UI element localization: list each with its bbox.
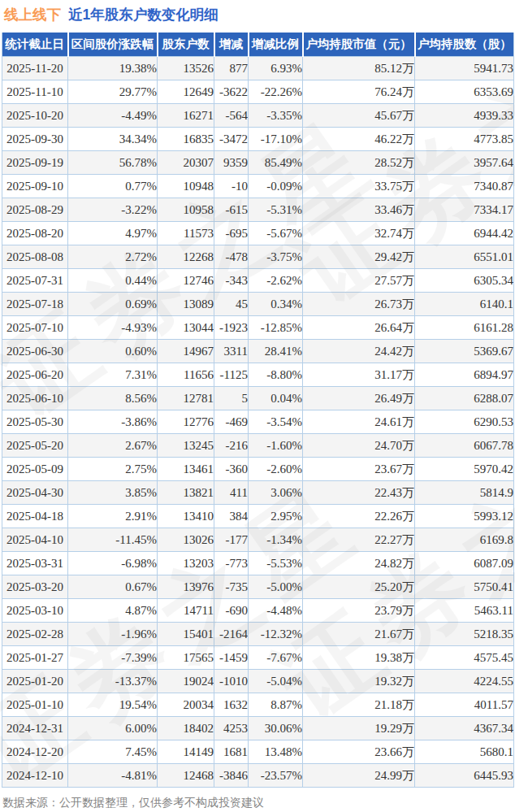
cell-delta-ratio: 0.34% — [249, 293, 303, 316]
cell-holders: 13821 — [158, 481, 214, 505]
table-row: 2024-12-207.45%14149168113.48%23.66万5680… — [2, 740, 514, 764]
table-row: 2024-12-10-4.81%12468-3846-23.57%24.99万6… — [2, 764, 514, 788]
cell-holders: 14149 — [158, 740, 214, 764]
column-header-delta-ratio: 增减比例 — [249, 33, 303, 57]
cell-delta-ratio: -5.04% — [249, 670, 303, 693]
cell-avg-market-value: 19.29万 — [303, 717, 415, 740]
cell-date: 2025-05-20 — [2, 434, 68, 458]
cell-holders: 10948 — [158, 175, 214, 198]
cell-date: 2025-03-10 — [2, 599, 68, 623]
cell-avg-shares: 4224.55 — [415, 670, 514, 693]
cell-avg-market-value: 22.43万 — [303, 481, 415, 505]
cell-holders: 12746 — [158, 269, 214, 293]
cell-delta-ratio: -12.85% — [249, 316, 303, 340]
cell-holders: 10958 — [158, 198, 214, 222]
cell-avg-market-value: 29.42万 — [303, 245, 415, 269]
cell-delta-ratio: -2.60% — [249, 458, 303, 481]
cell-price-change: 0.44% — [68, 269, 158, 293]
cell-price-change: -3.22% — [68, 198, 158, 222]
cell-avg-shares: 6353.69 — [415, 80, 514, 104]
cell-delta: 5 — [214, 387, 249, 410]
cell-delta-ratio: -12.32% — [249, 623, 303, 646]
cell-date: 2025-04-30 — [2, 481, 68, 505]
table-row: 2025-05-202.67%13245-216-1.60%24.70万6067… — [2, 434, 514, 458]
table-row: 2025-03-31-6.98%13203-773-5.53%24.82万608… — [2, 552, 514, 575]
column-header-price-change: 区间股价涨跌幅 — [68, 33, 158, 57]
cell-date: 2025-09-19 — [2, 151, 68, 175]
table-row: 2025-08-29-3.22%10958-615-5.31%33.46万733… — [2, 198, 514, 222]
cell-avg-market-value: 24.70万 — [303, 434, 415, 458]
cell-avg-market-value: 46.22万 — [303, 128, 415, 151]
cell-delta: -773 — [214, 552, 249, 575]
cell-date: 2025-08-20 — [2, 222, 68, 245]
cell-holders: 13976 — [158, 575, 214, 599]
cell-avg-market-value: 28.52万 — [303, 151, 415, 175]
cell-holders: 13461 — [158, 458, 214, 481]
cell-price-change: -4.49% — [68, 104, 158, 128]
cell-avg-shares: 6551.01 — [415, 245, 514, 269]
cell-avg-shares: 6067.78 — [415, 434, 514, 458]
cell-delta-ratio: -23.57% — [249, 764, 303, 788]
cell-holders: 12781 — [158, 387, 214, 410]
cell-delta-ratio: -7.67% — [249, 646, 303, 670]
cell-avg-market-value: 23.67万 — [303, 458, 415, 481]
cell-price-change: 2.75% — [68, 458, 158, 481]
cell-date: 2024-12-20 — [2, 740, 68, 764]
cell-delta-ratio: -4.48% — [249, 599, 303, 623]
cell-delta: -695 — [214, 222, 249, 245]
cell-avg-shares: 6169.8 — [415, 528, 514, 552]
cell-avg-shares: 7340.87 — [415, 175, 514, 198]
table-row: 2025-11-2019.38%135268776.93%85.12万5941.… — [2, 57, 514, 80]
cell-price-change: -7.39% — [68, 646, 158, 670]
cell-date: 2025-01-27 — [2, 646, 68, 670]
cell-avg-shares: 5463.11 — [415, 599, 514, 623]
cell-holders: 20034 — [158, 693, 214, 717]
cell-avg-shares: 6445.93 — [415, 764, 514, 788]
table-row: 2024-12-316.00%18402425330.06%19.29万4367… — [2, 717, 514, 740]
cell-price-change: 6.00% — [68, 717, 158, 740]
cell-delta-ratio: -5.00% — [249, 575, 303, 599]
cell-avg-shares: 6944.42 — [415, 222, 514, 245]
cell-avg-market-value: 26.64万 — [303, 316, 415, 340]
cell-holders: 11573 — [158, 222, 214, 245]
cell-price-change: 19.54% — [68, 693, 158, 717]
table-row: 2025-06-108.56%1278150.04%26.49万6288.07 — [2, 387, 514, 410]
cell-avg-shares: 7334.17 — [415, 198, 514, 222]
cell-date: 2025-01-10 — [2, 693, 68, 717]
table-body: 2025-11-2019.38%135268776.93%85.12万5941.… — [2, 57, 514, 788]
table-header-row: 统计截止日区间股价涨跌幅股东户数增减增减比例户均持股市值（元）户均持股数（股） — [2, 33, 514, 57]
cell-delta: -216 — [214, 434, 249, 458]
cell-delta: 1632 — [214, 693, 249, 717]
cell-delta: 411 — [214, 481, 249, 505]
shareholder-change-table: 统计截止日区间股价涨跌幅股东户数增减增减比例户均持股市值（元）户均持股数（股） … — [2, 33, 514, 788]
table-row: 2025-04-303.85%138214113.06%22.43万5814.9 — [2, 481, 514, 505]
cell-delta: 3311 — [214, 340, 249, 363]
cell-holders: 13245 — [158, 434, 214, 458]
cell-holders: 19024 — [158, 670, 214, 693]
cell-delta: 4253 — [214, 717, 249, 740]
cell-date: 2025-04-10 — [2, 528, 68, 552]
cell-avg-market-value: 23.66万 — [303, 740, 415, 764]
cell-date: 2025-01-20 — [2, 670, 68, 693]
cell-price-change: 0.67% — [68, 575, 158, 599]
table-row: 2025-09-1956.78%20307935985.49%28.52万395… — [2, 151, 514, 175]
table-row: 2025-03-200.67%13976-735-5.00%25.20万5750… — [2, 575, 514, 599]
cell-avg-shares: 6894.97 — [415, 363, 514, 387]
table-row: 2025-08-204.97%11573-695-5.67%32.74万6944… — [2, 222, 514, 245]
cell-avg-market-value: 24.82万 — [303, 552, 415, 575]
cell-date: 2025-10-20 — [2, 104, 68, 128]
cell-delta-ratio: -3.35% — [249, 104, 303, 128]
cell-avg-market-value: 31.17万 — [303, 363, 415, 387]
cell-delta: -1010 — [214, 670, 249, 693]
cell-delta-ratio: 13.48% — [249, 740, 303, 764]
cell-avg-shares: 4367.34 — [415, 717, 514, 740]
cell-delta-ratio: -22.26% — [249, 80, 303, 104]
cell-date: 2025-09-30 — [2, 128, 68, 151]
cell-holders: 13026 — [158, 528, 214, 552]
column-header-holders: 股东户数 — [158, 33, 214, 57]
cell-price-change: -1.96% — [68, 623, 158, 646]
table-row: 2025-06-300.60%14967331128.41%24.42万5369… — [2, 340, 514, 363]
cell-holders: 18402 — [158, 717, 214, 740]
cell-avg-shares: 6161.28 — [415, 316, 514, 340]
cell-avg-market-value: 23.79万 — [303, 599, 415, 623]
